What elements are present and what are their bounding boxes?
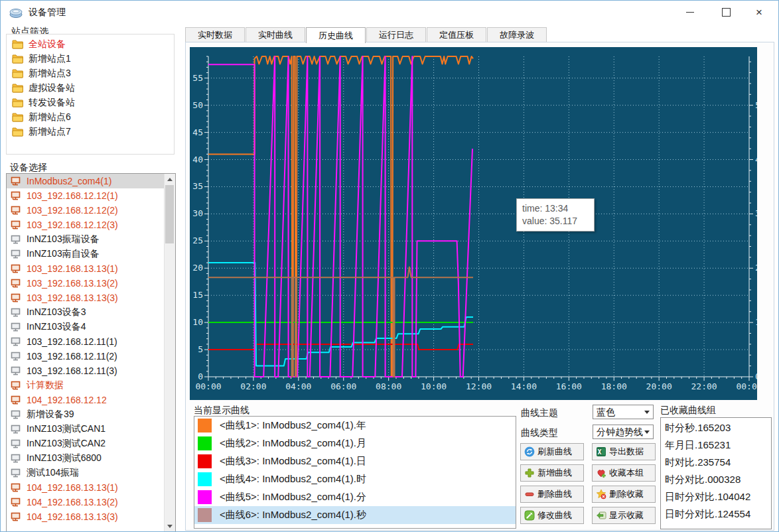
legend-row[interactable]: <曲线3>: InModbus2_com4(1).日 xyxy=(194,452,516,470)
folder-icon xyxy=(12,84,23,93)
window-title: 设备管理 xyxy=(29,7,66,19)
chart-tooltip: time: 13:34 value: 35.117 xyxy=(516,198,595,232)
device-item-label: 测试104振瑞 xyxy=(27,467,79,479)
legend-row[interactable]: <曲线5>: InModbus2_com4(1).分 xyxy=(194,488,516,506)
favorite-item[interactable]: 时分秒.165203 xyxy=(661,419,771,436)
tab-4[interactable]: 运行日志 xyxy=(366,27,426,42)
site-item-label: 新增站点3 xyxy=(29,68,71,80)
device-item[interactable]: 104_192.168.13.13(1) xyxy=(7,480,175,495)
site-item[interactable]: 虚拟设备站 xyxy=(9,81,171,96)
maximize-icon xyxy=(722,8,731,17)
device-item[interactable]: InNZ103测试CAN2 xyxy=(7,436,175,451)
favorite-item[interactable]: 时分对比.000328 xyxy=(661,471,771,488)
maximize-button[interactable] xyxy=(711,1,741,23)
favorite-item[interactable]: 年月日.165231 xyxy=(661,436,771,454)
device-item[interactable]: 103_192.168.12.11(2) xyxy=(7,349,175,364)
site-item[interactable]: 新增站点3 xyxy=(9,66,171,81)
action-button-2[interactable]: X导出数据 xyxy=(592,443,656,460)
device-item[interactable]: 104_192.168.13.13(3) xyxy=(7,509,175,524)
minus-icon xyxy=(524,489,535,499)
device-item[interactable]: InNZ103设备4 xyxy=(7,320,175,334)
action-button-8[interactable]: 显示收藏 xyxy=(592,507,656,524)
action-button-6[interactable]: 删除收藏 xyxy=(592,486,656,503)
device-item-label: InNZ103振瑞设备 xyxy=(27,233,100,245)
device-item[interactable]: 测试104振瑞 xyxy=(7,466,175,480)
chart-canvas[interactable]: 05101520253035404550550102030405000:0002… xyxy=(190,47,757,400)
device-item[interactable]: 104_192.168.12.12 xyxy=(7,393,175,407)
device-item-label: 103_192.168.13.13(3) xyxy=(27,293,118,303)
action-button-7[interactable]: 修改曲线 xyxy=(520,507,584,524)
legend-row[interactable]: <曲线1>: InModbus2_com4(1).年 xyxy=(194,417,516,434)
legend-row[interactable]: <曲线4>: InModbus2_com4(1).时 xyxy=(194,470,516,488)
wrench-icon xyxy=(524,510,535,521)
action-button-label: 导出数据 xyxy=(609,446,644,458)
device-item[interactable]: 103_192.168.12.12(2) xyxy=(7,203,175,218)
device-item[interactable]: 103_192.168.12.12(3) xyxy=(7,218,175,232)
curve-type-dropdown[interactable]: 分钟趋势线 xyxy=(593,425,654,439)
site-item[interactable]: 新增站点6 xyxy=(9,110,171,125)
monitor-icon xyxy=(11,425,21,434)
device-item[interactable]: 计算数据 xyxy=(7,378,175,393)
scroll-down-icon[interactable] xyxy=(165,521,175,531)
svg-text:08:00: 08:00 xyxy=(376,381,401,391)
device-item-label: 103_192.168.12.12(3) xyxy=(27,220,118,230)
favorite-item[interactable]: 日时分对比.124554 xyxy=(661,505,771,523)
device-item[interactable]: 104_192.168.13.13(2) xyxy=(7,495,175,509)
device-list-scrollbar[interactable] xyxy=(164,174,175,531)
curve-theme-dropdown[interactable]: 蓝色 xyxy=(593,405,654,419)
favorite-item[interactable]: 日时分对比.104042 xyxy=(661,488,771,505)
tab-1[interactable]: 实时数据 xyxy=(185,27,245,42)
curve-color-swatch xyxy=(198,472,212,486)
monitor-icon xyxy=(11,454,21,464)
device-item-label: 新增设备39 xyxy=(27,409,74,421)
device-item[interactable]: InNZ103振瑞设备 xyxy=(7,232,175,247)
device-item[interactable]: 103_192.168.12.11(3) xyxy=(7,364,175,378)
device-item[interactable]: InModbus2_com4(1) xyxy=(7,174,175,188)
action-button-1[interactable]: 刷新曲线 xyxy=(520,443,584,460)
favorite-item[interactable]: 时对比.235754 xyxy=(661,454,771,471)
svg-text:12:00: 12:00 xyxy=(466,381,492,391)
device-item[interactable]: 103_192.168.12.12(1) xyxy=(7,188,175,203)
legend-row[interactable]: <曲线6>: InModbus2_com4(1).秒 xyxy=(194,506,516,524)
svg-text:10:00: 10:00 xyxy=(421,381,447,391)
legend-row-label: <曲线4>: InModbus2_com4(1).时 xyxy=(220,473,366,486)
tab-bar: 实时数据实时曲线历史曲线运行日志定值压板故障录波 xyxy=(185,27,547,42)
tab-3[interactable]: 历史曲线 xyxy=(306,27,366,43)
device-item[interactable]: InNZ103南自设备 xyxy=(7,247,175,261)
svg-text:15: 15 xyxy=(192,290,203,300)
device-item[interactable]: 103_192.168.12.11(1) xyxy=(7,334,175,349)
device-item[interactable]: 103_192.168.13.13(1) xyxy=(7,261,175,276)
device-item[interactable]: InNZ103测试CAN1 xyxy=(7,422,175,436)
site-item[interactable]: 新增站点1 xyxy=(9,52,171,66)
site-item[interactable]: 转发设备站 xyxy=(9,96,171,110)
site-item[interactable]: 新增站点7 xyxy=(9,125,171,139)
folder-icon xyxy=(12,40,23,49)
action-button-label: 删除曲线 xyxy=(537,488,572,500)
device-item[interactable]: 新增设备39 xyxy=(7,407,175,422)
scrollbar-thumb[interactable] xyxy=(165,185,174,243)
device-item[interactable]: InNZ103测试6800 xyxy=(7,451,175,466)
action-button-4[interactable]: 收藏本组 xyxy=(592,464,656,482)
tab-2[interactable]: 实时曲线 xyxy=(246,27,305,42)
action-button-3[interactable]: 新增曲线 xyxy=(520,464,584,482)
minimize-button[interactable] xyxy=(675,1,705,23)
legend-row[interactable]: <曲线2>: InModbus2_com4(1).月 xyxy=(194,434,516,452)
folder-icon xyxy=(12,69,23,78)
device-item[interactable]: 103_192.168.13.13(2) xyxy=(7,276,175,291)
device-item[interactable]: 103_192.168.13.13(3) xyxy=(7,291,175,305)
tab-6[interactable]: 故障录波 xyxy=(487,27,547,42)
device-item-label: InNZ103测试CAN2 xyxy=(27,438,106,450)
device-item[interactable]: InNZ103设备3 xyxy=(7,305,175,320)
close-button[interactable]: × xyxy=(744,1,774,23)
monitor-icon xyxy=(11,206,21,216)
tab-5[interactable]: 定值压板 xyxy=(427,27,486,42)
legend-title: 当前显示曲线 xyxy=(194,405,249,417)
site-item[interactable]: 全站设备 xyxy=(9,37,171,52)
device-item-label: 104_192.168.13.13(2) xyxy=(27,497,118,507)
svg-text:14:00: 14:00 xyxy=(511,381,537,391)
svg-text:45: 45 xyxy=(192,127,203,137)
monitor-icon xyxy=(11,337,21,347)
history-curve-chart[interactable]: 05101520253035404550550102030405000:0002… xyxy=(190,47,757,400)
action-button-5[interactable]: 删除曲线 xyxy=(520,486,584,503)
scroll-up-icon[interactable] xyxy=(165,174,175,184)
